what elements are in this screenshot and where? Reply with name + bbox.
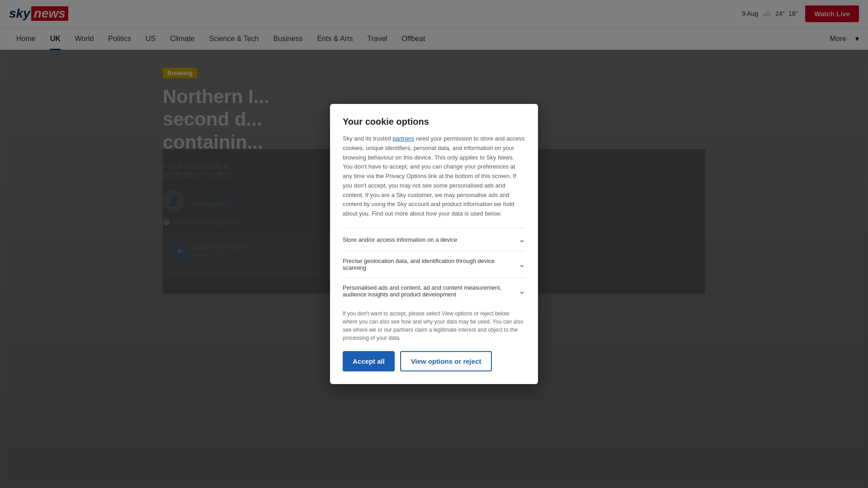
modal-small-text: If you don't want to accept, please sele… <box>343 310 525 342</box>
chevron-down-icon: ⌄ <box>519 286 525 296</box>
cookie-option-store-label: Store and/or access information on a dev… <box>343 236 519 243</box>
cookie-option-personalised[interactable]: Personalised ads and content, ad and con… <box>343 277 525 304</box>
cookie-option-geolocation-label: Precise geolocation data, and identifica… <box>343 258 519 271</box>
view-options-button[interactable]: View options or reject <box>400 351 492 371</box>
modal-overlay[interactable]: Your cookie options Sky and its trusted … <box>0 0 868 488</box>
cookie-option-geolocation[interactable]: Precise geolocation data, and identifica… <box>343 251 525 277</box>
modal-title: Your cookie options <box>343 117 525 127</box>
modal-body-text: Sky and its trusted partners need your p… <box>343 134 525 219</box>
cookie-modal: Your cookie options Sky and its trusted … <box>330 104 538 384</box>
cookie-option-personalised-label: Personalised ads and content, ad and con… <box>343 284 519 298</box>
cookie-option-store[interactable]: Store and/or access information on a dev… <box>343 228 525 251</box>
partners-link[interactable]: partners <box>393 135 415 142</box>
chevron-down-icon: ⌄ <box>519 259 525 269</box>
accept-all-button[interactable]: Accept all <box>343 351 395 371</box>
chevron-down-icon: ⌄ <box>519 235 525 244</box>
modal-buttons: Accept all View options or reject <box>343 351 525 371</box>
